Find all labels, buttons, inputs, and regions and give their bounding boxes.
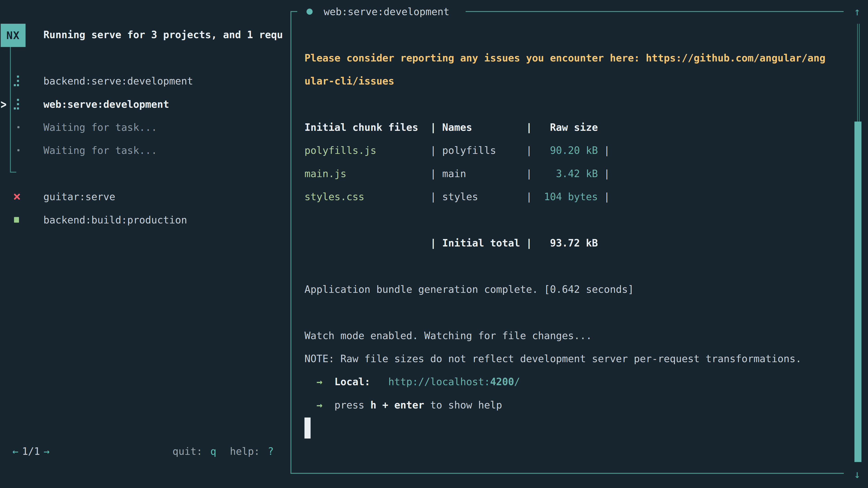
task-row[interactable]: guitar:serve [0, 185, 290, 208]
panel-title: web:serve:development [324, 6, 450, 18]
task-row[interactable]: Waiting for task... [0, 116, 290, 139]
task-label: guitar:serve [43, 191, 115, 202]
pending-dot-icon [18, 126, 20, 128]
arrow-right-icon: → [316, 376, 322, 387]
pipe: | [604, 191, 610, 202]
help-hint-keys: h + enter [370, 399, 424, 411]
panel-border-top-stub [290, 11, 297, 12]
local-url-port[interactable]: 4200 [490, 376, 514, 387]
panel-border-title-line [466, 11, 844, 12]
task-label: Waiting for task... [43, 122, 157, 133]
chunk-name: polyfills [436, 144, 526, 156]
local-url-slash[interactable]: / [514, 376, 520, 387]
pager-next-arrow-icon[interactable]: → [43, 446, 50, 457]
chunk-name: main [436, 168, 526, 180]
scroll-down-arrow-icon[interactable]: ↓ [854, 463, 861, 486]
col-header-files: Initial chunk files [305, 122, 430, 133]
task-label: backend:build:production [43, 214, 187, 226]
note-line: NOTE: Raw file sizes do not reflect deve… [305, 347, 802, 370]
task-list-panel: NX Running serve for 3 projects, and 1 r… [0, 0, 290, 488]
quit-key: q [210, 446, 216, 457]
chunk-file: main.js [305, 168, 430, 180]
bundle-complete-line: Application bundle generation complete. … [305, 278, 634, 301]
total-label: Initial total [436, 237, 526, 249]
chunk-size: 90.20 kB [532, 144, 598, 156]
pipe: | [430, 168, 436, 180]
pipe: | [430, 122, 436, 133]
failed-x-icon [13, 193, 21, 200]
pipe: | [604, 168, 610, 180]
pipe: | [526, 191, 532, 202]
total-size: 93.72 kB [532, 237, 598, 249]
quit-label: quit: [173, 446, 202, 457]
pipe: | [526, 144, 532, 156]
pager-position: 1/1 [22, 446, 40, 457]
spinner-icon [14, 76, 19, 86]
panel-border-left [290, 11, 291, 474]
chunk-table-total-row: |Initial total|93.72 kB [305, 231, 598, 254]
chunk-size: 104 bytes [532, 191, 598, 202]
local-url-line: →Local:http://localhost:4200/ [305, 370, 520, 393]
chunk-file: styles.css [305, 191, 430, 202]
chunk-size: 3.42 kB [532, 168, 598, 180]
pipe: | [526, 168, 532, 180]
arrow-right-icon: → [316, 399, 322, 411]
pipe: | [526, 122, 532, 133]
help-key: ? [268, 446, 274, 457]
panel-border-bottom [290, 473, 844, 474]
task-row[interactable]: backend:build:production [0, 208, 290, 231]
task-row-selected[interactable]: > web:serve:development [0, 93, 290, 116]
chunk-name: styles [436, 191, 526, 202]
pipe: | [430, 237, 436, 249]
chunk-table-header: Initial chunk files|Names|Raw size [305, 116, 598, 139]
scrollbar-track[interactable] [859, 24, 860, 122]
pager: ← 1/1 → [12, 440, 50, 463]
pending-dot-icon [18, 149, 20, 151]
watch-mode-line: Watch mode enabled. Watching for file ch… [305, 324, 592, 347]
pipe: | [604, 144, 610, 156]
scroll-up-arrow-icon[interactable]: ↑ [854, 0, 861, 23]
task-label: Waiting for task... [43, 144, 157, 156]
pipe: | [526, 237, 532, 249]
spinner-icon [14, 99, 19, 109]
chevron-right-icon: > [1, 98, 6, 111]
help-hint-post: to show help [424, 399, 502, 411]
run-summary-title: Running serve for 3 projects, and 1 requ [43, 23, 283, 46]
terminal-cursor [305, 418, 311, 438]
local-label: Local: [334, 376, 370, 387]
warning-line: Please consider reporting any issues you… [305, 46, 826, 69]
chunk-table-row: main.js|main|3.42 kB| [305, 162, 610, 185]
scrollbar-thumb[interactable] [855, 122, 862, 462]
nx-logo: NX [1, 24, 26, 47]
chunk-file: polyfills.js [305, 144, 430, 156]
chunk-table-row: styles.css|styles|104 bytes| [305, 185, 610, 208]
task-row[interactable]: backend:serve:development [0, 69, 290, 92]
help-hint-pre: press [334, 399, 370, 411]
task-label: backend:serve:development [43, 75, 193, 87]
col-header-raw-size: Raw size [532, 122, 598, 133]
help-hint-line: →press h + enter to show help [305, 393, 502, 416]
keyboard-shortcuts: quit: q help: ? [173, 440, 274, 463]
success-square-icon [14, 217, 19, 223]
col-header-names: Names [436, 122, 526, 133]
pipe: | [430, 144, 436, 156]
local-url-host[interactable]: http://localhost: [388, 376, 490, 387]
help-label: help: [230, 446, 260, 457]
chunk-table-row: polyfills.js|polyfills|90.20 kB| [305, 139, 610, 162]
task-row[interactable]: Waiting for task... [0, 139, 290, 162]
task-label: web:serve:development [43, 98, 169, 110]
status-bullet-icon [307, 8, 313, 15]
scrollbar-track[interactable] [857, 24, 858, 122]
panel-title-row: web:serve:development [307, 0, 450, 23]
warning-line: ular-cli/issues [305, 69, 394, 92]
pager-prev-arrow-icon[interactable]: ← [12, 446, 19, 457]
pipe: | [430, 191, 436, 202]
task-tree-corner [10, 172, 16, 173]
